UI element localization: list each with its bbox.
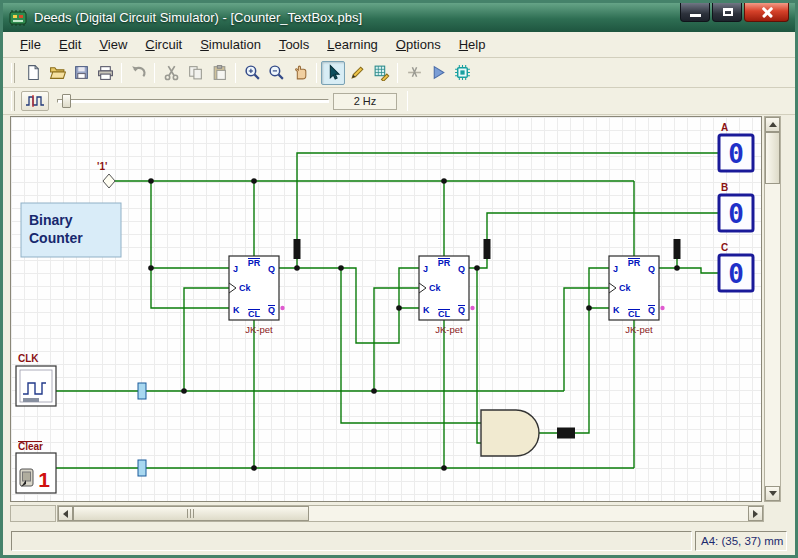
main-toolbar: [3, 58, 795, 88]
open-file-button[interactable]: [45, 61, 69, 85]
svg-text:'1': '1': [97, 161, 107, 172]
svg-text:K: K: [233, 305, 240, 315]
flipflop-b[interactable]: J Ck K Q Q PR CL JK-pet: [419, 256, 475, 335]
flipflop-a[interactable]: J Ck K Q Q PR CL JK-pet: [229, 256, 285, 335]
svg-text:Q: Q: [268, 264, 275, 274]
zoom-in-button[interactable]: [240, 61, 264, 85]
svg-text:PR: PR: [438, 258, 451, 268]
paste-icon: [211, 64, 228, 81]
svg-text:K: K: [613, 305, 620, 315]
wire-cutter-button[interactable]: [402, 61, 426, 85]
horizontal-scroll-thumb[interactable]: [73, 506, 309, 521]
constant-one[interactable]: '1': [97, 161, 115, 188]
text-note[interactable]: Binary Counter: [21, 203, 121, 257]
clock-speed-slider[interactable]: [57, 92, 329, 110]
scroll-left-button[interactable]: [58, 506, 73, 521]
hand-icon: [292, 64, 309, 81]
horizontal-scroll-track[interactable]: [73, 506, 748, 521]
vertical-scroll-track[interactable]: [765, 132, 780, 486]
scroll-right-button[interactable]: [748, 506, 763, 521]
zoom-out-button[interactable]: [264, 61, 288, 85]
maximize-button[interactable]: [712, 3, 742, 22]
edit-components-button[interactable]: [369, 61, 393, 85]
select-tool-button[interactable]: [321, 61, 345, 85]
probe-clear: [138, 460, 146, 476]
chip-edit-icon: [373, 64, 390, 81]
wire-junctions: [148, 178, 680, 471]
close-button[interactable]: [744, 3, 789, 22]
menu-learning[interactable]: Learning: [318, 33, 387, 56]
print-button[interactable]: [93, 61, 117, 85]
open-folder-icon: [49, 64, 66, 81]
svg-text:JK-pet: JK-pet: [245, 324, 273, 335]
zoom-out-icon: [268, 64, 285, 81]
flipflop-c[interactable]: J Ck K Q Q PR CL JK-pet: [609, 256, 665, 335]
display-a[interactable]: A 0: [719, 122, 753, 171]
scroll-up-button[interactable]: [765, 117, 780, 132]
menu-simulation[interactable]: Simulation: [191, 33, 270, 56]
display-b[interactable]: B 0: [719, 182, 753, 231]
menu-file[interactable]: File: [11, 33, 50, 56]
menu-view[interactable]: View: [90, 33, 136, 56]
slider-groove[interactable]: [57, 99, 329, 103]
run-simulation-button[interactable]: [426, 61, 450, 85]
svg-text:PR: PR: [628, 258, 641, 268]
svg-text:J: J: [423, 264, 428, 274]
clock-generator[interactable]: CLK: [16, 353, 56, 406]
window-controls: [680, 3, 789, 22]
circuit-canvas[interactable]: '1' Binary Counter J Ck K Q Q: [10, 116, 762, 502]
clock-toolbar: 2 Hz: [3, 88, 795, 115]
slider-thumb[interactable]: [62, 94, 71, 108]
draw-wire-button[interactable]: [345, 61, 369, 85]
menu-circuit[interactable]: Circuit: [136, 33, 191, 56]
svg-text:Q: Q: [458, 305, 465, 315]
clock-settings-button[interactable]: [21, 91, 49, 111]
svg-text:Ck: Ck: [239, 283, 251, 293]
zoom-in-icon: [244, 64, 261, 81]
svg-text:B: B: [721, 182, 728, 193]
menu-tools[interactable]: Tools: [270, 33, 318, 56]
probe-and-output: [557, 428, 575, 439]
svg-text:Ck: Ck: [619, 283, 631, 293]
svg-text:Q: Q: [648, 264, 655, 274]
vertical-scrollbar[interactable]: [764, 116, 781, 502]
svg-text:J: J: [233, 264, 238, 274]
clear-input[interactable]: Clear 1: [16, 441, 56, 493]
probes[interactable]: [138, 239, 681, 476]
svg-text:CL: CL: [628, 309, 640, 319]
svg-text:J: J: [613, 264, 618, 274]
svg-text:CLK: CLK: [18, 353, 39, 364]
new-schematic-button[interactable]: [21, 61, 45, 85]
scissors-icon: [163, 64, 180, 81]
workspace: '1' Binary Counter J Ck K Q Q: [3, 115, 795, 526]
copy-button[interactable]: [183, 61, 207, 85]
save-file-button[interactable]: [69, 61, 93, 85]
status-message-panel: [11, 531, 692, 551]
svg-text:Q: Q: [458, 264, 465, 274]
probe-qc: [674, 239, 681, 259]
cut-button[interactable]: [159, 61, 183, 85]
minimize-button[interactable]: [680, 3, 710, 22]
vertical-scroll-thumb[interactable]: [765, 132, 780, 184]
timing-diagram-button[interactable]: [450, 61, 474, 85]
svg-text:Counter: Counter: [29, 230, 83, 246]
display-c[interactable]: C 0: [719, 242, 753, 291]
and-gate[interactable]: [481, 410, 539, 456]
svg-text:1: 1: [38, 468, 50, 491]
svg-text:PR: PR: [248, 258, 261, 268]
horizontal-scrollbar[interactable]: [57, 505, 764, 522]
menu-help[interactable]: Help: [450, 33, 495, 56]
undo-button[interactable]: [126, 61, 150, 85]
menu-options[interactable]: Options: [387, 33, 450, 56]
thumb-grip-icon: [187, 509, 195, 518]
svg-text:K: K: [423, 305, 430, 315]
svg-text:JK-pet: JK-pet: [435, 324, 463, 335]
arrow-left-icon: [63, 510, 68, 518]
pencil-icon: [349, 64, 366, 81]
menu-edit[interactable]: Edit: [50, 33, 90, 56]
toolbar-grip: [11, 63, 15, 83]
pan-button[interactable]: [288, 61, 312, 85]
scroll-down-button[interactable]: [765, 486, 780, 501]
horizontal-scroll-row: [10, 505, 764, 522]
paste-button[interactable]: [207, 61, 231, 85]
